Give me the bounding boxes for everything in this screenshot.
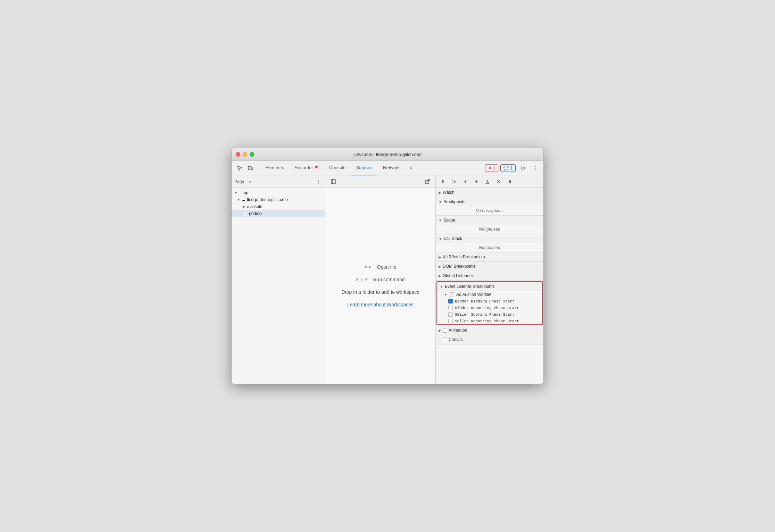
pause-on-exceptions-btn[interactable]: ⏸ bbox=[505, 177, 514, 186]
chevron-right-icon: ▶ bbox=[439, 191, 441, 194]
chevron-right-icon: ▶ bbox=[439, 274, 441, 278]
tree-item-assets[interactable]: ▶ ■ assets bbox=[232, 203, 325, 210]
seller-scoring-label: Seller Scoring Phase Start bbox=[455, 313, 515, 317]
tab-console[interactable]: Console bbox=[324, 161, 351, 175]
debug-panel: ▶ Watch ▼ Breakpoints No breakpoints bbox=[436, 188, 543, 384]
section-xhr-label: XHR/fetch Breakpoints bbox=[443, 255, 485, 259]
section-scope-header[interactable]: ▼ Scope bbox=[436, 216, 543, 225]
section-event-listener-label: Event Listener Breakpoints bbox=[445, 284, 494, 289]
section-canvas-label: Canvas bbox=[449, 337, 463, 342]
section-watch-header[interactable]: ▶ Watch bbox=[436, 188, 543, 197]
step-out-btn[interactable] bbox=[483, 177, 492, 186]
panel-more-btn[interactable]: » bbox=[246, 178, 254, 185]
main-toolbar: Elements Recorder 🚩 Console Sources Netw… bbox=[232, 161, 543, 175]
tab-sources[interactable]: Sources bbox=[351, 161, 377, 175]
drop-text: Drop in a folder to add to workspace bbox=[341, 289, 419, 295]
ad-auction-label: Ad Auction Worklet bbox=[456, 292, 491, 297]
section-animation-label: Animation bbox=[449, 328, 467, 333]
breakpoint-bidder-bidding: Bidder Bidding Phase Start bbox=[437, 298, 542, 305]
svg-rect-0 bbox=[248, 166, 251, 170]
section-event-listener-header[interactable]: ▼ Event Listener Breakpoints bbox=[437, 282, 542, 291]
close-button[interactable] bbox=[236, 152, 240, 157]
seller-scoring-checkbox[interactable] bbox=[448, 312, 453, 317]
minimize-button[interactable] bbox=[243, 152, 247, 157]
step-into-btn[interactable] bbox=[472, 177, 481, 186]
chevron-right-icon: ▶ bbox=[439, 255, 441, 259]
section-call-stack-header[interactable]: ▼ Call Stack bbox=[436, 234, 543, 243]
step-over-btn[interactable] bbox=[461, 177, 470, 186]
pause-btn[interactable]: ⏸ bbox=[439, 177, 448, 186]
breakpoint-bidder-reporting: Bidder Reporting Phase Start bbox=[437, 305, 542, 311]
section-animation-header[interactable]: ▶ Animation bbox=[436, 326, 543, 335]
seller-reporting-checkbox[interactable] bbox=[448, 319, 453, 323]
file-tree: ▼ □ top ▼ ☁ fledge-demo.glitch.me ▶ ■ as… bbox=[232, 188, 325, 384]
tree-item-top[interactable]: ▼ □ top bbox=[232, 189, 325, 196]
open-in-new-icon[interactable] bbox=[422, 177, 433, 186]
chevron-down-icon: ▼ bbox=[440, 285, 443, 289]
section-call-stack-content: Not paused bbox=[436, 243, 543, 252]
device-mode-icon[interactable] bbox=[245, 163, 256, 173]
info-icon: 💬 bbox=[503, 166, 509, 171]
more-options-icon[interactable]: ⋮ bbox=[530, 163, 541, 173]
ad-auction-subsection: ▼ Ad Auction Worklet bbox=[437, 291, 542, 298]
resume-btn[interactable] bbox=[450, 177, 459, 186]
section-animation: ▶ Animation bbox=[436, 326, 543, 335]
svg-rect-2 bbox=[331, 180, 335, 184]
section-call-stack: ▼ Call Stack Not paused bbox=[436, 234, 543, 252]
file-icon: 📄 bbox=[243, 211, 248, 216]
window-title: DevTools - fledge-demo.glitch.me/ bbox=[353, 152, 422, 157]
tab-recorder[interactable]: Recorder 🚩 bbox=[290, 161, 323, 175]
section-canvas-header[interactable]: ▶ Canvas bbox=[436, 335, 543, 344]
folder-icon: □ bbox=[239, 191, 241, 195]
tab-elements[interactable]: Elements bbox=[260, 161, 289, 175]
tree-item-index[interactable]: 📄 (index) bbox=[232, 210, 325, 217]
arrow-right-icon: ▶ bbox=[243, 205, 245, 208]
ad-auction-checkbox[interactable] bbox=[450, 292, 454, 297]
settings-icon[interactable]: ⚙ bbox=[518, 163, 528, 173]
info-badge-button[interactable]: 💬 1 bbox=[500, 164, 516, 172]
toolbar-separator bbox=[258, 165, 258, 172]
section-global-listeners: ▶ Global Listeners bbox=[436, 271, 543, 281]
section-breakpoints-header[interactable]: ▼ Breakpoints bbox=[436, 197, 543, 206]
workspace-link[interactable]: Learn more about Workspaces bbox=[347, 302, 414, 307]
bidder-reporting-label: Bidder Reporting Phase Start bbox=[455, 306, 519, 310]
arrow-down-icon: ▼ bbox=[237, 198, 240, 201]
tree-item-domain[interactable]: ▼ ☁ fledge-demo.glitch.me bbox=[232, 196, 325, 203]
tab-network[interactable]: Network bbox=[378, 161, 405, 175]
file-panel-header: Page » ⋮ bbox=[232, 175, 325, 188]
section-xhr: ▶ XHR/fetch Breakpoints bbox=[436, 252, 543, 262]
toolbar-right: ✕ 1 💬 1 ⚙ ⋮ bbox=[485, 163, 541, 173]
maximize-button[interactable] bbox=[250, 152, 254, 157]
deactivate-breakpoints-btn[interactable] bbox=[494, 177, 503, 186]
chevron-down-icon: ▼ bbox=[439, 218, 442, 222]
folder-icon: ■ bbox=[247, 205, 249, 209]
bidder-reporting-checkbox[interactable] bbox=[448, 306, 453, 310]
section-dom-header[interactable]: ▶ DOM Breakpoints bbox=[436, 262, 543, 271]
debug-toolbar: ⏸ bbox=[436, 175, 543, 188]
error-badge-button[interactable]: ✕ 1 bbox=[485, 164, 499, 172]
section-scope-label: Scope bbox=[443, 218, 455, 223]
chevron-down-icon: ▼ bbox=[439, 237, 442, 241]
section-canvas: ▶ Canvas bbox=[436, 335, 543, 344]
bidder-bidding-checkbox[interactable] bbox=[448, 299, 453, 304]
shortcut-run-command: ⌘ ⇧ P Run command bbox=[356, 277, 405, 282]
titlebar: DevTools - fledge-demo.glitch.me/ bbox=[232, 148, 543, 161]
shortcut-open-file: ⌘ P Open file bbox=[365, 264, 397, 270]
canvas-checkbox[interactable] bbox=[443, 338, 447, 342]
toggle-sidebar-icon[interactable] bbox=[328, 177, 339, 186]
section-dom: ▶ DOM Breakpoints bbox=[436, 262, 543, 271]
section-global-listeners-header[interactable]: ▶ Global Listeners bbox=[436, 271, 543, 280]
middle-toolbar bbox=[325, 175, 435, 188]
left-panel: Page » ⋮ ▼ □ top ▼ ☁ fledge-demo.glitch.… bbox=[232, 175, 325, 384]
chevron-right-icon: ▶ bbox=[439, 265, 441, 268]
chevron-down-icon: ▼ bbox=[444, 293, 448, 297]
breakpoint-seller-scoring: Seller Scoring Phase Start bbox=[437, 311, 542, 318]
section-xhr-header[interactable]: ▶ XHR/fetch Breakpoints bbox=[436, 252, 543, 261]
section-dom-label: DOM Breakpoints bbox=[443, 264, 476, 269]
tab-more[interactable]: » bbox=[405, 161, 417, 175]
panel-options-btn[interactable]: ⋮ bbox=[315, 178, 322, 185]
inspect-icon[interactable] bbox=[234, 163, 245, 173]
animation-checkbox[interactable] bbox=[443, 328, 447, 333]
section-breakpoints-content: No breakpoints bbox=[436, 206, 543, 215]
traffic-lights bbox=[236, 152, 254, 157]
